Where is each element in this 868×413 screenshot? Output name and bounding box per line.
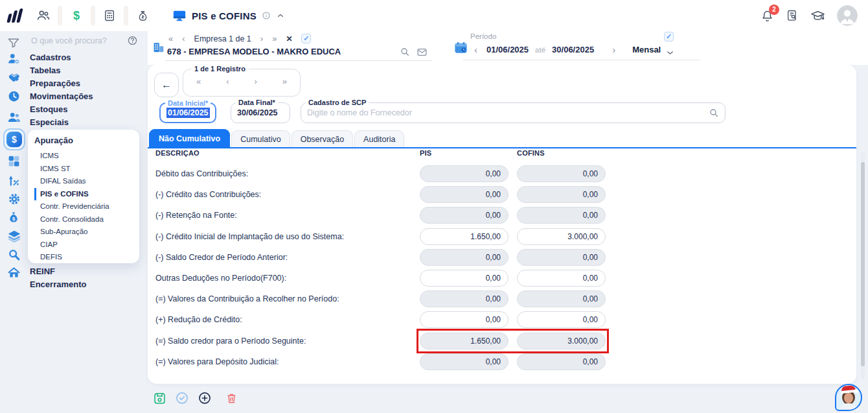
prev-company-icon[interactable]: ‹ <box>182 34 185 43</box>
money-bag-icon[interactable]: $ <box>7 211 20 224</box>
filter-icon[interactable] <box>7 36 20 49</box>
sidebar-item-preparacoes[interactable]: Preparações <box>30 77 93 90</box>
cofins-value-input: 0,00 <box>517 353 606 370</box>
last-company-icon[interactable]: » <box>272 34 277 43</box>
submenu-item-contr-consolidada[interactable]: Contr. Consolidada <box>34 213 134 226</box>
money-icon-active[interactable]: $ <box>3 128 25 150</box>
prev-record-icon[interactable]: ‹ <box>226 77 229 86</box>
submenu-item-defis[interactable]: DEFIS <box>34 251 134 264</box>
dollar-icon[interactable]: $ <box>63 4 89 27</box>
prev-period-icon[interactable]: ‹ <box>472 44 480 55</box>
company-checkbox[interactable]: ✓ <box>301 34 311 43</box>
data-inicial-label: Data Inicial* <box>165 99 211 107</box>
info-icon[interactable] <box>262 11 271 20</box>
pis-value-input[interactable]: 1.650,00 <box>420 228 508 245</box>
sidebar-item-encerramento[interactable]: Encerramento <box>30 278 86 291</box>
home-icon[interactable] <box>7 266 21 279</box>
add-button[interactable] <box>198 391 212 405</box>
delete-button[interactable] <box>225 392 238 405</box>
chat-assistant-avatar[interactable] <box>835 384 862 411</box>
first-record-icon[interactable]: « <box>196 77 201 86</box>
growth-icon[interactable] <box>7 174 20 187</box>
next-record-icon[interactable]: › <box>254 77 257 86</box>
sidebar-item-movimentacoes[interactable]: Movimentações <box>30 90 93 103</box>
save-button[interactable] <box>153 392 166 405</box>
submenu-item-ciap[interactable]: CIAP <box>34 239 134 252</box>
people-icon[interactable] <box>7 110 21 124</box>
period-end-date[interactable]: 30/06/2025 <box>545 45 600 54</box>
user-avatar[interactable] <box>837 5 858 26</box>
pis-value-input[interactable]: 0,00 <box>420 311 508 328</box>
document-search-icon[interactable] <box>786 9 799 22</box>
collapse-chevron-up-icon[interactable] <box>276 11 285 20</box>
submenu-item-icms-st[interactable]: ICMS ST <box>34 163 134 176</box>
first-company-icon[interactable]: « <box>168 34 173 43</box>
calculator-icon[interactable] <box>7 154 21 168</box>
confirm-button[interactable] <box>175 391 189 405</box>
sidebar-item-reinf[interactable]: REINF <box>30 265 86 278</box>
next-company-icon[interactable]: › <box>260 34 263 43</box>
cofins-value-input[interactable]: 0,00 <box>517 311 606 328</box>
company-search-icon[interactable] <box>400 47 410 57</box>
submenu-item-sub-apuracao[interactable]: Sub-Apuração <box>34 226 134 239</box>
tab-observacao[interactable]: Observação <box>291 130 353 148</box>
submenu-item-contr-previdenciaria[interactable]: Contr. Previdenciária <box>34 200 134 213</box>
action-bar <box>153 391 238 405</box>
calendar-icon <box>453 40 468 55</box>
table-row: Débito das Contribuições:0,000,00 <box>155 163 847 184</box>
sidebar-item-especiais[interactable]: Especiais <box>30 116 93 129</box>
tab-auditoria[interactable]: Auditoria <box>354 130 404 148</box>
graduation-cap-icon[interactable] <box>810 8 825 23</box>
data-final-value[interactable]: 30/06/2025 <box>237 108 278 117</box>
data-inicial-field[interactable]: Data Inicial* 01/06/2025 <box>159 102 216 123</box>
period-mode[interactable]: Mensal <box>632 45 661 54</box>
pis-value-input: 0,00 <box>420 165 508 182</box>
row-values: 0,000,00 <box>420 165 606 182</box>
cofins-value-input[interactable]: 3.000,00 <box>517 228 606 245</box>
row-label: Débito das Contribuições: <box>155 169 420 178</box>
cofins-value-input[interactable]: 0,00 <box>517 270 606 287</box>
tab-nao-cumulativo[interactable]: Não Cumulativo <box>149 129 230 148</box>
calculator-icon[interactable] <box>97 4 122 27</box>
clock-icon[interactable] <box>7 89 21 103</box>
data-final-field[interactable]: Data Final* 30/06/2025 <box>231 102 290 123</box>
sidebar-search-input[interactable] <box>31 36 122 45</box>
clear-company-icon[interactable]: ✕ <box>286 34 292 43</box>
last-record-icon[interactable]: » <box>282 77 287 86</box>
row-values: 0,000,00 <box>420 311 606 328</box>
period-checkbox[interactable]: ✓ <box>664 32 674 41</box>
record-nav-label: 1 de 1 Registro <box>191 65 249 73</box>
period-chevron-down-icon[interactable] <box>665 48 675 58</box>
tab-underline <box>148 147 856 148</box>
help-icon[interactable] <box>127 35 138 46</box>
submenu-item-pis-e-cofins[interactable]: PIS e COFINS <box>34 188 134 201</box>
pis-value-input[interactable]: 0,00 <box>420 270 508 287</box>
people-icon[interactable] <box>30 4 56 27</box>
scrollbar-thumb[interactable] <box>861 162 865 366</box>
sidebar-item-tabelas[interactable]: Tabelas <box>30 64 93 77</box>
pis-value-input: 0,00 <box>420 290 508 307</box>
submenu-header-apuracao[interactable]: Apuração <box>34 136 134 145</box>
tab-cumulativo[interactable]: Cumulativo <box>231 130 290 148</box>
money-bag-icon[interactable] <box>130 4 155 27</box>
row-values: 0,000,00 <box>420 270 606 287</box>
mail-icon[interactable] <box>417 47 428 58</box>
gear-icon[interactable] <box>7 192 21 206</box>
layers-icon[interactable] <box>7 229 21 243</box>
data-inicial-value[interactable]: 01/06/2025 <box>166 108 210 118</box>
sidebar-item-cadastros[interactable]: Cadastros <box>30 51 93 64</box>
makro-logo[interactable] <box>8 8 21 23</box>
search-icon[interactable] <box>7 248 21 261</box>
back-button[interactable]: ← <box>154 73 179 97</box>
period-start-date[interactable]: 01/06/2025 <box>480 45 535 54</box>
scp-search-icon[interactable] <box>709 108 719 118</box>
bell-icon[interactable]: 2 <box>760 9 774 23</box>
cadastro-scp-input[interactable] <box>307 108 709 117</box>
next-period-icon[interactable]: › <box>610 44 618 55</box>
submenu-item-difal-saidas[interactable]: DIFAL Saídas <box>34 175 134 188</box>
sidebar-item-estoques[interactable]: Estoques <box>30 103 93 116</box>
cadastro-scp-field[interactable]: Cadastro de SCP <box>301 102 725 123</box>
submenu-item-icms[interactable]: ICMS <box>34 150 134 163</box>
handshake-icon[interactable] <box>7 70 21 84</box>
person-gear-icon[interactable] <box>7 52 21 65</box>
